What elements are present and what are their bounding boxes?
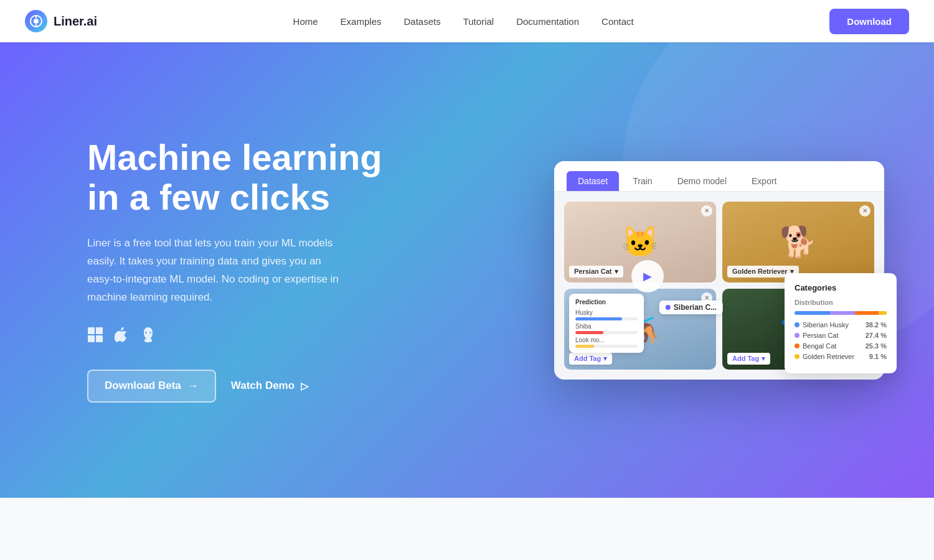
os-icons-row <box>87 327 386 347</box>
category-bengal-cat: Bengal Cat 25.3 % <box>795 342 887 350</box>
brand-logo-icon <box>25 10 47 32</box>
category-persian-cat: Persian Cat 27.4 % <box>795 332 887 339</box>
nav-links: Home Examples Datasets Tutorial Document… <box>293 16 634 27</box>
svg-point-1 <box>34 19 39 24</box>
prediction-card: Prediction Husky Shiba Look mo... <box>569 294 644 353</box>
hero-description: Liner is a free tool that lets you train… <box>87 235 349 307</box>
hero-actions: Download Beta → Watch Demo ▷ <box>87 370 386 403</box>
svg-rect-7 <box>96 335 103 342</box>
tab-dataset[interactable]: Dataset <box>567 171 619 191</box>
svg-rect-5 <box>96 327 103 334</box>
label-dropdown-icon: ▾ <box>615 268 618 276</box>
close-cat-button[interactable]: ✕ <box>701 205 712 217</box>
nav-download-button[interactable]: Download <box>829 9 909 34</box>
tab-train[interactable]: Train <box>621 171 663 191</box>
app-tabs: Dataset Train Demo model Export <box>554 161 884 192</box>
brand-logo-area[interactable]: Liner.ai <box>25 10 97 32</box>
siberian-label-overlay[interactable]: Siberian C... <box>659 301 723 314</box>
download-beta-button[interactable]: Download Beta → <box>87 370 216 403</box>
windows-icon[interactable] <box>87 327 103 347</box>
persian-cat-label[interactable]: Persian Cat ▾ <box>569 266 623 278</box>
add-tag-black-dog-button[interactable]: Add Tag ▾ <box>727 353 770 365</box>
svg-rect-4 <box>88 327 95 334</box>
nav-contact[interactable]: Contact <box>601 16 634 27</box>
nav-home[interactable]: Home <box>293 16 318 27</box>
image-cell-golden: 🐕 ✕ Golden Retriever ▾ <box>722 202 874 282</box>
categories-title: Categories <box>795 283 887 292</box>
apple-icon[interactable] <box>115 327 130 347</box>
brand-name: Liner.ai <box>54 14 97 29</box>
nav-examples[interactable]: Examples <box>341 16 382 27</box>
category-siberian-husky: Siberian Husky 38.2 % <box>795 321 887 329</box>
distribution-bar <box>795 311 887 315</box>
watch-demo-button[interactable]: Watch Demo ▷ <box>231 380 308 392</box>
hero-section: Machine learning in a few clicks Liner i… <box>0 42 934 498</box>
pred-shiba: Shiba <box>575 323 638 334</box>
tab-export[interactable]: Export <box>740 171 788 191</box>
nav-documentation[interactable]: Documentation <box>516 16 579 27</box>
hero-right-mockup: Dataset Train Demo model Export 🐱 ✕ Pers… <box>423 161 884 380</box>
categories-items: Siberian Husky 38.2 % Persian Cat 27.4 %… <box>795 321 887 360</box>
categories-panel: Categories Distribution Siberian Husky 3… <box>785 273 897 373</box>
add-tag-black-dropdown-icon: ▾ <box>762 355 765 363</box>
nav-datasets[interactable]: Datasets <box>403 16 440 27</box>
golden-retriever-cat-dot <box>795 354 800 359</box>
pred-husky: Husky <box>575 309 638 320</box>
siberian-dot-icon <box>666 305 671 310</box>
below-hero-section <box>0 498 934 560</box>
category-golden-retriever: Golden Retriever 9.1 % <box>795 353 887 360</box>
svg-rect-6 <box>88 335 95 342</box>
download-arrow-icon: → <box>187 380 199 393</box>
persian-cat-dot <box>795 333 800 338</box>
play-button-overlay[interactable]: ▶ <box>631 260 664 292</box>
nav-tutorial[interactable]: Tutorial <box>463 16 494 27</box>
add-tag-dropdown-icon: ▾ <box>603 355 607 363</box>
add-tag-husky-button[interactable]: Add Tag ▾ <box>569 353 612 365</box>
siberian-husky-dot <box>795 322 800 327</box>
watch-demo-arrow-icon: ▷ <box>301 380 308 392</box>
linux-icon[interactable] <box>141 327 156 347</box>
hero-title: Machine learning in a few clicks <box>87 138 386 217</box>
pred-look: Look mo... <box>575 337 638 348</box>
hero-left-content: Machine learning in a few clicks Liner i… <box>87 138 386 402</box>
bengal-cat-dot <box>795 343 800 348</box>
close-golden-button[interactable]: ✕ <box>859 205 870 217</box>
prediction-title: Prediction <box>575 299 638 306</box>
navbar: Liner.ai Home Examples Datasets Tutorial… <box>0 0 934 42</box>
distribution-subtitle: Distribution <box>795 299 887 306</box>
tab-demo-model[interactable]: Demo model <box>666 171 738 191</box>
